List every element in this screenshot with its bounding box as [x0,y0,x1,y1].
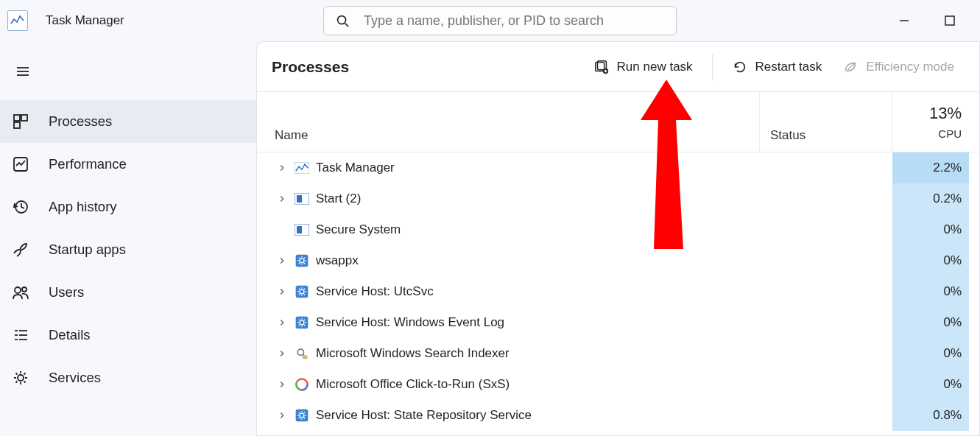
sidebar-item-label: App history [49,199,117,215]
svg-rect-31 [296,255,309,267]
search-box[interactable] [323,6,677,35]
process-icon [294,253,310,269]
restart-task-button[interactable]: Restart task [722,51,833,83]
table-row[interactable]: Service Host: UtcSvc 0% [257,276,979,307]
process-name: Microsoft Windows Search Indexer [316,346,510,361]
restart-icon [732,59,748,75]
app-icon [7,10,28,31]
sidebar-item-label: Performance [49,156,127,172]
chevron-right-icon[interactable] [276,255,288,267]
process-cpu: 0.2% [892,183,969,214]
app-title: Task Manager [46,13,124,28]
process-cpu: 0% [892,369,969,400]
performance-icon [12,155,29,173]
svg-rect-35 [296,317,309,329]
services-icon [12,369,29,387]
run-task-icon [593,59,610,75]
process-icon [294,314,310,331]
process-name: Task Manager [316,161,395,175]
chevron-right-icon[interactable] [276,348,288,359]
table-row[interactable]: Secure System 0% [257,214,979,245]
history-icon [12,198,29,216]
chevron-right-icon[interactable] [276,162,288,174]
toolbar-separator [712,54,713,80]
restart-task-label: Restart task [755,60,822,74]
process-name: Service Host: State Repository Service [316,408,532,423]
efficiency-mode-button[interactable]: Efficiency mode [832,51,965,83]
sidebar-item-app-history[interactable]: App history [0,186,256,228]
maximize-icon [941,12,959,29]
column-name[interactable]: Name [257,92,760,152]
process-cpu: 0% [892,214,969,245]
process-name: wsappx [316,253,359,268]
menu-icon [14,63,32,80]
table-row[interactable]: Start (2) 0.2% [257,183,979,214]
process-icon [294,376,310,393]
sidebar-item-processes[interactable]: Processes [0,100,256,143]
column-status[interactable]: Status [760,92,892,152]
table-row[interactable]: Task Manager 2.2% [257,152,979,183]
table-row[interactable]: wsappx 0% [257,245,979,276]
process-icon [294,345,310,362]
run-new-task-label: Run new task [617,60,693,74]
sidebar: ProcessesPerformanceApp historyStartup a… [0,41,256,436]
run-new-task-button[interactable]: Run new task [583,51,703,83]
sidebar-item-label: Services [49,370,101,386]
process-name: Service Host: Windows Event Log [316,315,504,330]
table-row[interactable]: Microsoft Windows Search Indexer 0% [257,338,979,369]
sidebar-item-users[interactable]: Users [0,271,256,314]
chevron-right-icon[interactable] [276,409,288,421]
efficiency-mode-label: Efficiency mode [866,60,954,74]
sidebar-item-services[interactable]: Services [0,356,256,399]
process-name: Microsoft Office Click-to-Run (SxS) [316,377,510,392]
chevron-right-icon[interactable] [276,286,288,298]
svg-rect-39 [303,356,308,359]
process-name: Service Host: UtcSvc [316,284,434,299]
process-icon [294,191,310,207]
table-row[interactable]: Service Host: Windows Event Log 0% [257,307,979,338]
svg-rect-30 [297,226,302,233]
main-toolbar: Processes Run new task Restart task Effi… [257,42,979,92]
table-header: Name Status 13% CPU [257,92,979,152]
details-icon [12,326,29,344]
users-icon [12,284,29,301]
hamburger-button[interactable] [4,56,41,87]
minimize-icon [895,12,913,29]
process-cpu: 0% [892,245,969,276]
sidebar-item-performance[interactable]: Performance [0,143,256,186]
maximize-button[interactable] [937,8,962,33]
svg-rect-28 [297,195,302,203]
minimize-button[interactable] [892,8,917,33]
column-cpu[interactable]: 13% CPU [892,92,969,152]
sidebar-item-startup-apps[interactable]: Startup apps [0,228,256,271]
chevron-right-icon[interactable] [276,379,288,390]
leaf-icon [842,59,859,75]
process-cpu: 0% [892,338,969,369]
process-cpu: 2.2% [892,152,969,183]
sidebar-item-label: Details [49,327,91,343]
process-list: Task Manager 2.2% Start (2) 0.2% Secure … [257,152,979,435]
process-cpu: 0.8% [892,400,969,431]
chevron-right-icon[interactable] [276,193,288,205]
search-input[interactable] [364,13,666,29]
main-panel: Processes Run new task Restart task Effi… [256,41,980,436]
page-heading: Processes [272,58,349,76]
sidebar-item-label: Startup apps [49,242,126,258]
process-icon [294,160,310,176]
startup-icon [12,241,29,259]
sidebar-item-label: Users [49,284,84,300]
process-cpu: 0% [892,276,969,307]
sidebar-item-details[interactable]: Details [0,314,256,356]
process-icon [294,222,310,238]
svg-point-37 [297,349,303,355]
cpu-total: 13% [929,104,962,123]
title-bar: Task Manager [0,0,980,41]
table-row[interactable]: Service Host: State Repository Service 0… [257,400,979,431]
process-icon [294,407,310,423]
table-row[interactable]: Microsoft Office Click-to-Run (SxS) 0% [257,369,979,400]
chevron-right-icon[interactable] [276,317,288,328]
cpu-label: CPU [938,127,962,140]
svg-rect-26 [295,162,309,174]
sidebar-item-label: Processes [49,113,112,130]
process-icon [294,284,310,300]
